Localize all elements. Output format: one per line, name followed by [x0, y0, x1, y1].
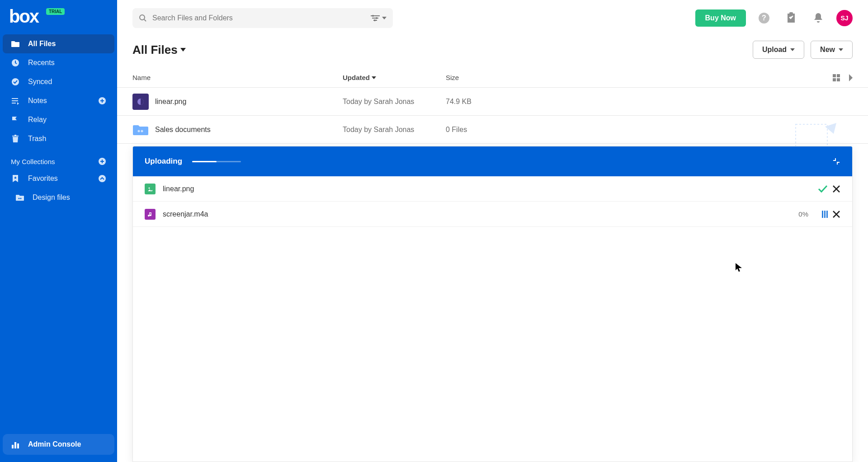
svg-rect-14 — [833, 74, 836, 77]
sidebar-item-label: Recents — [28, 59, 55, 67]
bar-chart-icon — [11, 440, 20, 448]
upload-panel-title: Uploading — [145, 157, 182, 166]
relay-icon — [11, 115, 20, 124]
upload-progress-fill — [192, 161, 217, 162]
notes-icon — [11, 96, 20, 105]
file-row[interactable]: linear.png Today by Sarah Jonas 74.9 KB — [117, 88, 868, 116]
new-button[interactable]: New — [811, 41, 853, 59]
audio-file-icon — [145, 209, 156, 220]
sidebar-item-recents[interactable]: Recents — [3, 53, 114, 72]
sidebar-item-label: Notes — [28, 97, 47, 105]
column-size[interactable]: Size — [446, 74, 514, 81]
file-updated: Today by Sarah Jonas — [343, 126, 446, 134]
sidebar-item-favorites[interactable]: Favorites — [3, 169, 114, 188]
upload-success-icon — [818, 185, 828, 193]
grid-view-icon[interactable] — [833, 74, 840, 81]
expand-sidebar-icon[interactable] — [848, 74, 853, 81]
upload-overall-progress — [192, 161, 241, 162]
file-name[interactable]: linear.png — [155, 98, 343, 106]
remove-upload-icon[interactable] — [832, 185, 840, 193]
column-updated[interactable]: Updated — [343, 74, 446, 81]
my-collections-label: My Collections — [11, 158, 55, 165]
sort-desc-icon — [372, 76, 376, 79]
svg-text:?: ? — [762, 14, 766, 22]
check-circle-icon — [11, 77, 20, 86]
sidebar-item-label: Favorites — [28, 174, 58, 183]
sidebar-item-notes[interactable]: Notes — [3, 91, 114, 110]
page-title-text: All Files — [132, 43, 178, 57]
add-collection-icon[interactable] — [98, 157, 106, 165]
shared-folder-icon — [15, 193, 24, 202]
file-size: 74.9 KB — [446, 98, 514, 106]
admin-console-label: Admin Console — [28, 440, 81, 448]
brand-logo[interactable]: box — [9, 7, 38, 25]
svg-point-1 — [12, 78, 19, 85]
svg-rect-13 — [789, 12, 793, 14]
svg-point-9 — [376, 17, 377, 19]
svg-point-19 — [138, 130, 140, 132]
admin-console-button[interactable]: Admin Console — [3, 434, 114, 455]
svg-rect-16 — [833, 78, 836, 81]
column-name[interactable]: Name — [132, 74, 343, 81]
buy-now-button[interactable]: Buy Now — [695, 9, 746, 27]
favorite-item-design-files[interactable]: Design files — [3, 188, 114, 207]
help-icon[interactable]: ? — [755, 9, 773, 27]
notifications-icon[interactable] — [809, 9, 827, 27]
file-row[interactable]: Sales documents Today by Sarah Jonas 0 F… — [117, 116, 868, 144]
upload-panel-header: Uploading — [133, 146, 852, 176]
upload-panel: Uploading linear.png — [132, 146, 853, 462]
page-header: All Files Upload New — [117, 33, 868, 68]
upload-item-name: screenjar.m4a — [163, 210, 798, 218]
upload-button[interactable]: Upload — [753, 41, 804, 59]
svg-point-6 — [20, 198, 22, 199]
chevron-down-icon — [839, 48, 843, 51]
sidebar-item-label: All Files — [28, 40, 56, 48]
main-content: Buy Now ? SJ All Files Upload N — [117, 0, 868, 462]
chevron-down-icon — [180, 48, 186, 52]
favorite-item-label: Design files — [33, 193, 70, 202]
collapse-favorites-icon[interactable] — [98, 174, 106, 183]
upload-button-label: Upload — [762, 46, 787, 54]
sidebar-item-label: Trash — [28, 135, 46, 143]
svg-point-23 — [149, 187, 150, 189]
clock-icon — [11, 58, 20, 67]
my-collections-header[interactable]: My Collections — [3, 148, 114, 169]
cancel-upload-icon[interactable] — [832, 210, 840, 218]
sidebar-item-label: Relay — [28, 116, 47, 124]
new-button-label: New — [820, 46, 835, 54]
image-file-icon — [145, 184, 156, 194]
user-avatar[interactable]: SJ — [836, 10, 853, 26]
upload-item-name: linear.png — [163, 185, 813, 193]
svg-rect-24 — [147, 211, 153, 217]
file-updated: Today by Sarah Jonas — [343, 98, 446, 106]
file-name[interactable]: Sales documents — [155, 126, 343, 134]
pause-upload-icon[interactable] — [822, 211, 828, 218]
sidebar-item-label: Synced — [28, 78, 52, 86]
svg-point-10 — [374, 19, 376, 21]
file-table-header: Name Updated Size — [117, 68, 868, 88]
chevron-down-icon — [790, 48, 795, 51]
svg-rect-17 — [837, 78, 840, 81]
search-box[interactable] — [132, 8, 393, 28]
search-filter-icon[interactable] — [370, 14, 387, 22]
sidebar-item-all-files[interactable]: All Files — [3, 34, 114, 53]
bookmark-star-icon — [11, 174, 20, 183]
svg-point-7 — [140, 15, 145, 20]
image-file-icon — [132, 94, 149, 110]
sidebar-item-synced[interactable]: Synced — [3, 72, 114, 91]
topbar: Buy Now ? SJ — [117, 0, 868, 33]
search-input[interactable] — [152, 14, 365, 22]
upload-item-percent: 0% — [798, 210, 808, 218]
sidebar: box TRIAL All Files Recents Synced No — [0, 0, 117, 462]
sidebar-item-relay[interactable]: Relay — [3, 110, 114, 129]
tasks-icon[interactable] — [782, 9, 800, 27]
minimize-panel-icon[interactable] — [832, 157, 840, 165]
column-updated-label: Updated — [343, 74, 370, 81]
trash-icon — [11, 134, 20, 143]
svg-point-20 — [141, 130, 143, 132]
add-note-icon[interactable] — [98, 97, 106, 105]
page-title[interactable]: All Files — [132, 43, 186, 57]
search-icon — [139, 14, 147, 22]
sidebar-item-trash[interactable]: Trash — [3, 129, 114, 148]
svg-rect-21 — [796, 124, 827, 149]
